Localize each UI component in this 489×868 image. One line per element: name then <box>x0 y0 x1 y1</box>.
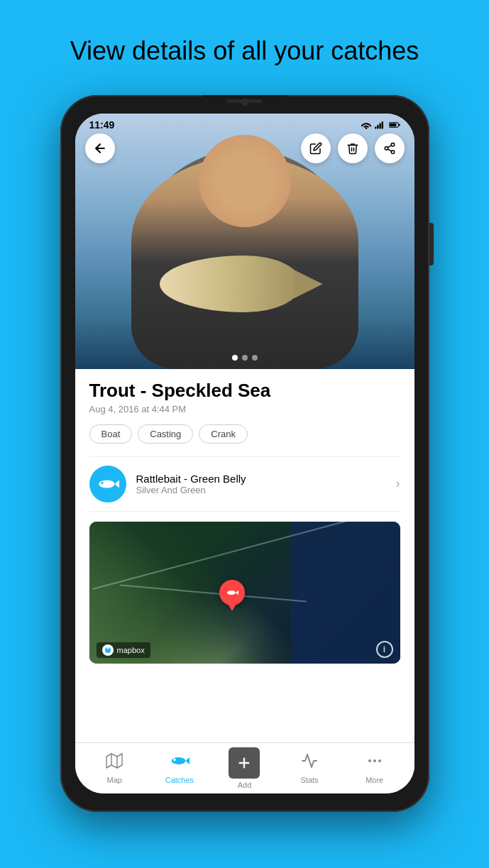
bottom-nav: Map Catches <box>75 742 414 793</box>
dot-1 <box>232 355 238 361</box>
phone-wrapper: 11:49 <box>53 92 436 815</box>
content-area: Trout - Speckled Sea Aug 4, 2016 at 4:44… <box>75 369 414 742</box>
svg-marker-21 <box>106 754 122 768</box>
mapbox-label: mapbox <box>117 646 145 654</box>
catches-nav-icon <box>170 752 189 774</box>
map-nav-icon <box>106 752 123 774</box>
svg-rect-1 <box>375 127 376 129</box>
svg-line-11 <box>388 149 391 151</box>
nav-item-add[interactable]: Add <box>223 747 265 789</box>
lure-info: Rattlebait - Green Belly Silver And Gree… <box>136 473 396 495</box>
stats-nav-icon <box>301 752 318 774</box>
catch-date: Aug 4, 2016 at 4:44 PM <box>89 404 400 414</box>
hero-image: 11:49 <box>75 114 414 369</box>
page-heading-area: View details of all your catches <box>0 0 489 92</box>
tags-row: Boat Casting Crank <box>89 424 400 444</box>
phone-screen: 11:49 <box>75 114 414 793</box>
lure-fish-icon <box>97 473 119 495</box>
phone-outer: 11:49 <box>60 95 429 812</box>
battery-icon <box>389 120 400 130</box>
nav-item-stats[interactable]: Stats <box>288 752 331 784</box>
svg-point-30 <box>373 759 376 762</box>
svg-point-31 <box>378 759 381 762</box>
svg-point-20 <box>106 647 109 649</box>
lure-icon <box>89 466 126 502</box>
dot-2 <box>242 355 248 361</box>
nav-item-map[interactable]: Map <box>93 752 136 784</box>
delete-button[interactable] <box>338 133 368 163</box>
status-icons <box>361 120 400 130</box>
tag-crank[interactable]: Crank <box>199 424 248 444</box>
svg-line-12 <box>388 145 391 148</box>
svg-point-16 <box>227 590 236 595</box>
svg-rect-3 <box>379 123 380 129</box>
add-nav-icon <box>229 747 260 779</box>
share-button[interactable] <box>375 133 405 163</box>
svg-rect-4 <box>381 121 383 128</box>
svg-point-0 <box>365 128 367 130</box>
wifi-icon <box>361 120 372 130</box>
person-body <box>131 156 358 369</box>
nav-label-map: Map <box>107 776 122 784</box>
lure-color: Silver And Green <box>136 485 396 495</box>
svg-point-13 <box>99 480 114 488</box>
svg-point-15 <box>101 482 103 484</box>
nav-label-stats: Stats <box>301 776 319 784</box>
page-title: View details of all your catches <box>28 16 461 80</box>
nav-item-catches[interactable]: Catches <box>158 752 201 784</box>
map-info-label: i <box>383 644 385 654</box>
nav-label-more: More <box>366 776 383 784</box>
nav-label-add: Add <box>238 781 252 789</box>
edit-button[interactable] <box>301 133 331 163</box>
mapbox-logo: mapbox <box>97 642 150 658</box>
mapbox-icon <box>102 644 114 656</box>
nav-label-catches: Catches <box>165 776 194 784</box>
map-pin <box>219 580 245 605</box>
map-road-2 <box>121 584 307 602</box>
map-pin-icon <box>225 586 239 600</box>
svg-marker-17 <box>236 590 238 595</box>
fish-name: Trout - Speckled Sea <box>89 380 400 401</box>
signal-icon <box>375 120 386 130</box>
status-time: 11:49 <box>89 119 115 131</box>
tag-casting[interactable]: Casting <box>138 424 193 444</box>
tag-boat[interactable]: Boat <box>89 424 133 444</box>
image-dots <box>232 355 258 361</box>
lure-row[interactable]: Rattlebait - Green Belly Silver And Gree… <box>89 456 400 512</box>
more-nav-icon <box>366 752 383 774</box>
status-bar: 11:49 <box>75 114 414 136</box>
svg-rect-7 <box>398 124 400 126</box>
back-button[interactable] <box>85 133 115 163</box>
map-container[interactable]: mapbox i <box>89 522 400 664</box>
fish-body <box>160 256 302 312</box>
svg-rect-2 <box>377 125 378 129</box>
lure-chevron: › <box>396 476 400 491</box>
top-bar-right-buttons <box>301 133 405 163</box>
svg-point-24 <box>172 757 186 764</box>
svg-marker-25 <box>185 757 189 764</box>
lure-name: Rattlebait - Green Belly <box>136 473 396 485</box>
svg-rect-6 <box>390 123 396 127</box>
dot-3 <box>252 355 258 361</box>
nav-item-more[interactable]: More <box>353 752 396 784</box>
svg-point-29 <box>368 759 371 762</box>
phone-camera <box>241 99 248 106</box>
svg-point-26 <box>173 759 176 762</box>
map-info-button[interactable]: i <box>376 641 393 658</box>
svg-marker-14 <box>114 480 119 488</box>
